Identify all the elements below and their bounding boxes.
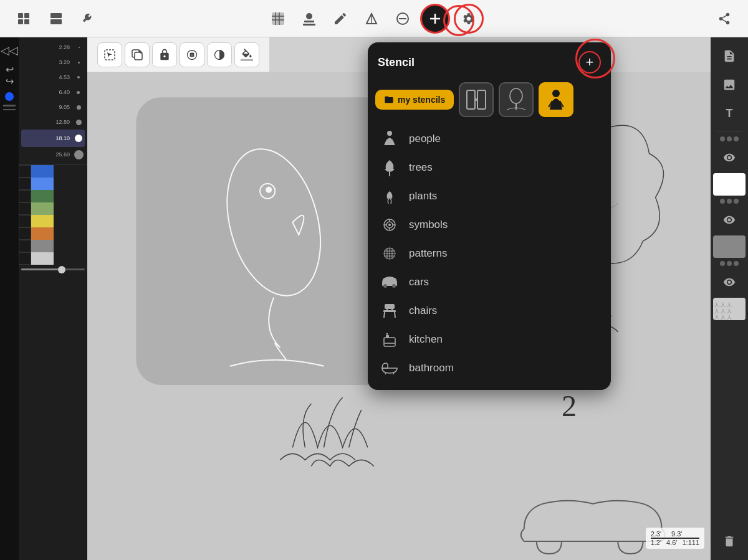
brush-size-row5[interactable]: 9.05: [21, 100, 85, 115]
brush-size-label3: 4.53: [59, 74, 70, 80]
brush-size-row8[interactable]: 25.60: [21, 147, 85, 162]
brush-size-row[interactable]: 2.28: [21, 40, 85, 55]
stencil-item-plants[interactable]: plants: [368, 182, 611, 211]
brush-dot-2: [78, 62, 80, 64]
scale-seg3: 1.2': [651, 539, 661, 546]
gear-button[interactable]: [454, 4, 484, 34]
color-swatch-blue2[interactable]: [31, 178, 54, 190]
stencil-thumb-person[interactable]: [539, 82, 573, 117]
scale-bar-line: 1.2' 4.6' 1:111: [651, 538, 699, 546]
svg-text:人 人 人: 人 人 人: [714, 302, 732, 308]
color-swatch-yellow[interactable]: [31, 215, 54, 227]
my-stencils-button[interactable]: my stencils: [375, 90, 454, 110]
symbols-icon: [380, 216, 399, 234]
stamp-button[interactable]: [295, 5, 323, 32]
layer-controls-1: [720, 136, 739, 141]
color-swatch-lightgray[interactable]: [31, 252, 54, 265]
lock-button[interactable]: [152, 42, 177, 67]
undo-button[interactable]: ↩: [6, 64, 14, 75]
stencil-item-patterns[interactable]: patterns: [368, 239, 611, 268]
color-swatch-green[interactable]: [31, 190, 54, 202]
grid-small-button[interactable]: [10, 5, 37, 32]
color-swatch-gray[interactable]: [31, 240, 54, 252]
toolbar-right: [711, 5, 738, 32]
dot2: [727, 136, 732, 141]
svg-rect-71: [386, 335, 389, 338]
share-button[interactable]: [711, 5, 738, 32]
tool-icon-7: [19, 240, 31, 252]
slider-thumb[interactable]: [58, 266, 65, 273]
stencil-item-trees[interactable]: trees: [368, 153, 611, 182]
stencil-thumb-landscape[interactable]: [499, 82, 534, 117]
stencil-item-kitchen[interactable]: kitchen: [368, 325, 611, 354]
slider-1[interactable]: [21, 268, 85, 270]
circle-lock-button[interactable]: [180, 42, 204, 67]
svg-text:人 人 人: 人 人 人: [714, 308, 732, 314]
trees-label: trees: [409, 161, 433, 174]
eraser-button[interactable]: [389, 5, 416, 32]
eye-button-1[interactable]: [716, 144, 743, 171]
brush-size-row7-selected[interactable]: 18.10: [21, 130, 85, 147]
plants-label: plants: [409, 190, 437, 202]
right-sidebar: T 人 人 人 人 人 人: [711, 37, 748, 560]
trees-icon: [380, 158, 399, 177]
collapse-button[interactable]: ◁◁: [1, 44, 18, 57]
cars-label: cars: [409, 276, 429, 288]
svg-point-62: [383, 284, 387, 288]
people-label: people: [409, 133, 441, 145]
color-dot[interactable]: [5, 92, 14, 101]
brush-size-label5: 9.05: [59, 104, 70, 110]
scale-ratio: 1:111: [682, 539, 699, 546]
pencil-button[interactable]: [327, 5, 354, 32]
angle-button[interactable]: [358, 5, 385, 32]
stencil-item-bathroom[interactable]: bathroom: [368, 354, 611, 382]
tool-icon-8: [19, 252, 31, 265]
color-swatch-green2[interactable]: [31, 202, 54, 215]
brush-dot-5: [77, 105, 81, 110]
hatch-button[interactable]: [264, 5, 292, 32]
stencil-add-button[interactable]: [420, 4, 450, 34]
delete-layer-button[interactable]: [716, 528, 743, 555]
redo-button[interactable]: ↪: [6, 75, 14, 87]
tool-icon-1[interactable]: [19, 165, 31, 178]
contrast-button[interactable]: [207, 42, 232, 67]
eye-button-3[interactable]: [716, 268, 743, 296]
image-button[interactable]: [716, 71, 743, 98]
new-layer-button[interactable]: [716, 42, 743, 70]
layer-white[interactable]: [713, 173, 746, 196]
svg-line-75: [393, 373, 394, 374]
svg-point-72: [386, 333, 388, 335]
tool-icon-2[interactable]: [19, 178, 31, 190]
brush-size-row6[interactable]: 12.80: [21, 115, 85, 130]
forward-button[interactable]: [125, 42, 150, 67]
color-swatch-orange[interactable]: [31, 227, 54, 240]
stencil-item-people[interactable]: people: [368, 125, 611, 153]
svg-rect-65: [383, 310, 396, 312]
brush-size-row4[interactable]: 6.40: [21, 85, 85, 100]
fill-button[interactable]: [234, 42, 259, 67]
stencil-item-chairs[interactable]: chairs: [368, 297, 611, 325]
grid-large-button[interactable]: [42, 5, 70, 32]
brush-dot-3: [77, 76, 80, 78]
color-swatch-blue[interactable]: [31, 165, 54, 178]
layer-gray[interactable]: [713, 235, 746, 258]
brush-size-row3[interactable]: 4.53: [21, 70, 85, 85]
svg-rect-2: [18, 19, 23, 24]
svg-rect-4: [50, 13, 62, 18]
svg-line-66: [384, 312, 385, 318]
brush-size-row2[interactable]: 3.20: [21, 55, 85, 70]
stencil-thumb-doors[interactable]: [459, 82, 494, 117]
dot5: [727, 199, 732, 204]
dot7: [720, 261, 725, 266]
selection-button[interactable]: [97, 42, 122, 67]
stencil-item-cars[interactable]: cars: [368, 268, 611, 297]
stencil-add-plus-button[interactable]: +: [578, 51, 601, 74]
wrench-button[interactable]: [75, 5, 102, 32]
svg-rect-35: [467, 90, 475, 109]
svg-line-67: [395, 312, 395, 318]
svg-rect-73: [384, 343, 395, 344]
eye-button-2[interactable]: [716, 206, 743, 234]
text-button[interactable]: T: [716, 100, 743, 127]
stencil-item-symbols[interactable]: symbols: [368, 211, 611, 239]
layer-texture[interactable]: 人 人 人 人 人 人 人 人 人: [713, 298, 746, 320]
